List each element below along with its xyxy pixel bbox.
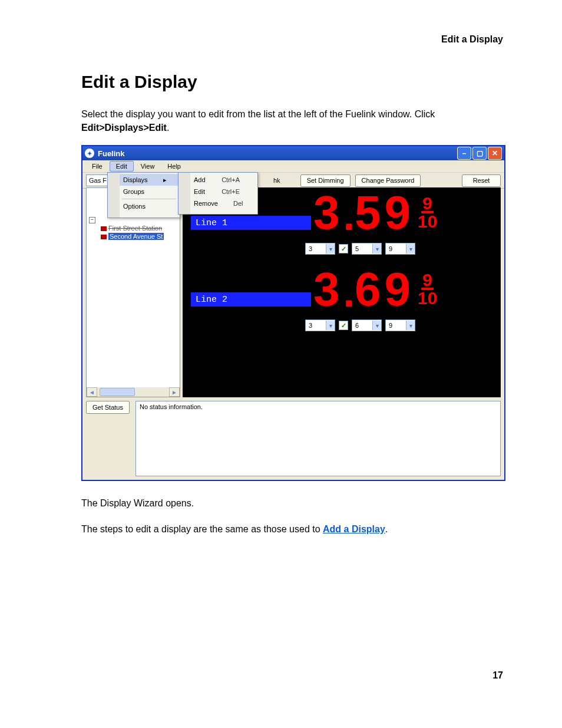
dropdown-arrow-icon: ▾ bbox=[406, 321, 415, 330]
steps-paragraph: The steps to edit a display are the same… bbox=[81, 522, 503, 536]
intro-text-1: Select the display you want to edit from… bbox=[81, 109, 435, 119]
maximize-button[interactable]: ▢ bbox=[472, 147, 487, 160]
line2-decimal: . bbox=[343, 275, 355, 310]
submenu-add-shortcut: Ctrl+A bbox=[206, 176, 240, 183]
line1-digit-3: 9 bbox=[384, 192, 414, 233]
line2-checkbox[interactable]: ✓ bbox=[339, 321, 348, 330]
scroll-thumb[interactable] bbox=[100, 388, 135, 396]
line2-selectors: 3▾ ✓ 6▾ 9▾ bbox=[305, 319, 415, 331]
steps-text-a: The steps to edit a display are the same… bbox=[81, 524, 323, 534]
page-number: 17 bbox=[492, 670, 503, 681]
edit-menu-groups-label: Groups bbox=[123, 188, 144, 195]
menu-path-bold: Edit>Displays>Edit bbox=[81, 123, 167, 133]
submenu-edit-label: Edit bbox=[194, 188, 205, 195]
displays-submenu-remove[interactable]: Remove Del bbox=[180, 197, 256, 209]
line2-select-2-value: 6 bbox=[355, 322, 359, 329]
line2-select-1[interactable]: 3▾ bbox=[305, 319, 335, 331]
line1-select-3-value: 9 bbox=[389, 245, 392, 252]
display-tree[interactable]: − First Street Station Second Avenue St … bbox=[86, 187, 180, 397]
add-a-display-link[interactable]: Add a Display bbox=[323, 524, 385, 534]
display-icon bbox=[101, 226, 107, 231]
line2-fraction-denominator: 10 bbox=[418, 290, 437, 307]
dropdown-arrow-icon: ▾ bbox=[406, 244, 415, 253]
submenu-arrow-icon: ▸ bbox=[148, 176, 167, 184]
menubar: File Edit View Help bbox=[82, 160, 504, 173]
line2-fraction-numerator: 9 bbox=[421, 272, 434, 290]
intro-text-tail: . bbox=[167, 123, 169, 133]
tree-item-second[interactable]: Second Avenue St bbox=[87, 232, 180, 241]
line2-digit-1: 3 bbox=[313, 269, 343, 310]
steps-text-b: . bbox=[385, 524, 388, 534]
line1-select-2-value: 5 bbox=[355, 245, 359, 252]
displays-submenu-add[interactable]: Add Ctrl+A bbox=[180, 174, 256, 186]
line1-label[interactable]: Line 1 bbox=[191, 216, 311, 230]
line2-select-2[interactable]: 6▾ bbox=[352, 319, 382, 331]
line1-checkbox[interactable]: ✓ bbox=[339, 244, 348, 253]
running-head: Edit a Display bbox=[441, 34, 503, 45]
display-icon bbox=[101, 235, 107, 239]
scroll-left-icon[interactable]: ◄ bbox=[87, 387, 97, 397]
dropdown-arrow-icon: ▾ bbox=[372, 244, 381, 253]
edit-menu-options-label: Options bbox=[123, 203, 146, 210]
menu-file[interactable]: File bbox=[86, 162, 108, 171]
submenu-edit-shortcut: Ctrl+E bbox=[206, 188, 240, 195]
dropdown-arrow-icon: ▾ bbox=[372, 321, 381, 330]
line2-label[interactable]: Line 2 bbox=[191, 292, 311, 307]
line1-decimal: . bbox=[343, 198, 355, 233]
line2-fraction: 9 10 bbox=[418, 272, 437, 307]
line1-selectors: 3▾ ✓ 5▾ 9▾ bbox=[305, 243, 415, 255]
toolbar-combo[interactable]: Gas F bbox=[86, 174, 110, 186]
submenu-remove-label: Remove bbox=[194, 200, 218, 207]
line1-fraction: 9 10 bbox=[418, 196, 437, 230]
tree-collapse-icon[interactable]: − bbox=[89, 217, 95, 223]
line2-select-1-value: 3 bbox=[309, 322, 312, 329]
get-status-button[interactable]: Get Status bbox=[86, 401, 130, 414]
tree-horizontal-scrollbar[interactable]: ◄ ► bbox=[87, 387, 180, 397]
line2-select-3[interactable]: 9▾ bbox=[385, 319, 415, 331]
window-titlebar: ✦ Fuelink – ▢ ✕ bbox=[82, 146, 504, 160]
line1-select-1-value: 3 bbox=[309, 245, 312, 252]
close-button[interactable]: ✕ bbox=[488, 147, 502, 160]
menu-view[interactable]: View bbox=[135, 162, 161, 171]
submenu-remove-shortcut: Del bbox=[218, 200, 243, 207]
edit-menu-panel: Displays ▸ Groups Options bbox=[107, 172, 180, 218]
line1-select-3[interactable]: 9▾ bbox=[385, 243, 415, 255]
displays-submenu-edit[interactable]: Edit Ctrl+E bbox=[180, 186, 256, 197]
displays-submenu-panel: Add Ctrl+A Edit Ctrl+E Remove Del bbox=[178, 172, 258, 215]
menu-edit[interactable]: Edit bbox=[110, 161, 134, 172]
dropdown-arrow-icon: ▾ bbox=[326, 244, 335, 253]
app-icon: ✦ bbox=[85, 149, 94, 158]
line2-price: 3 . 6 9 9 10 bbox=[313, 269, 437, 310]
content-area: − First Street Station Second Avenue St … bbox=[82, 187, 504, 480]
line1-fraction-denominator: 10 bbox=[418, 213, 437, 230]
page-title: Edit a Display bbox=[81, 72, 503, 92]
set-dimming-button[interactable]: Set Dimming bbox=[300, 174, 351, 187]
app-screenshot: ✦ Fuelink – ▢ ✕ File Edit View Help Gas … bbox=[81, 145, 505, 481]
change-password-button[interactable]: Change Password bbox=[355, 174, 421, 187]
line1-price: 3 . 5 9 9 10 bbox=[313, 192, 437, 233]
tree-item-first-label: First Street Station bbox=[108, 225, 162, 232]
menu-help[interactable]: Help bbox=[161, 162, 187, 171]
minimize-button[interactable]: – bbox=[457, 147, 471, 160]
tree-item-first[interactable]: First Street Station bbox=[87, 224, 180, 232]
line1-digit-1: 3 bbox=[313, 192, 343, 233]
toolbar-hk-text: hk bbox=[273, 177, 280, 184]
intro-paragraph: Select the display you want to edit from… bbox=[81, 107, 503, 134]
reset-button[interactable]: Reset bbox=[462, 174, 501, 187]
status-text: No status information. bbox=[140, 403, 203, 410]
dropdown-arrow-icon: ▾ bbox=[326, 321, 335, 330]
line1-fraction-numerator: 9 bbox=[421, 196, 434, 213]
scroll-right-icon[interactable]: ► bbox=[169, 387, 180, 397]
line1-select-2[interactable]: 5▾ bbox=[352, 243, 382, 255]
line2-select-3-value: 9 bbox=[389, 322, 392, 329]
wizard-opens-paragraph: The Display Wizard opens. bbox=[81, 496, 503, 510]
line2-digit-3: 9 bbox=[384, 269, 414, 310]
display-canvas: Line 1 3 . 5 9 9 10 3▾ ✓ 5▾ bbox=[183, 187, 501, 397]
submenu-add-label: Add bbox=[194, 176, 206, 183]
status-text-box: No status information. bbox=[135, 401, 501, 476]
line1-digit-2: 5 bbox=[355, 192, 385, 233]
tree-item-second-label: Second Avenue St bbox=[108, 233, 164, 240]
line1-select-1[interactable]: 3▾ bbox=[305, 243, 335, 255]
line2-digit-2: 6 bbox=[355, 269, 385, 310]
window-title: Fuelink bbox=[98, 149, 125, 158]
